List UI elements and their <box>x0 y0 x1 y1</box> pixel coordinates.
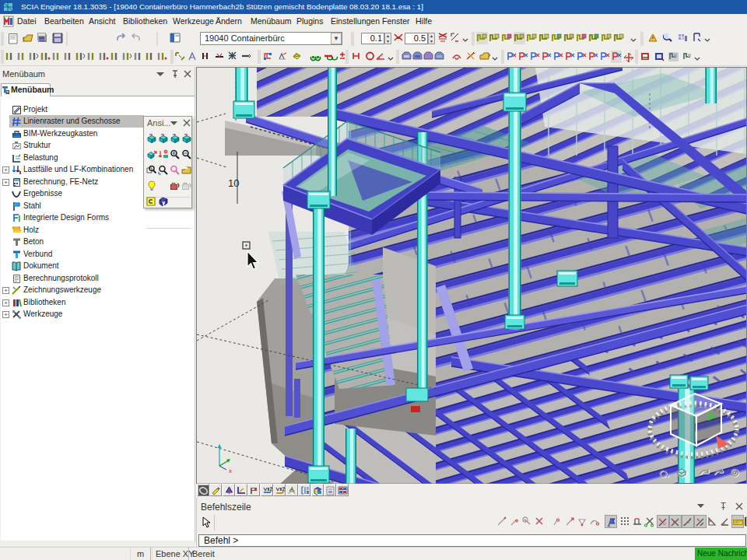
svg-text:x: x <box>229 467 232 474</box>
svg-text:10: 10 <box>228 177 239 189</box>
